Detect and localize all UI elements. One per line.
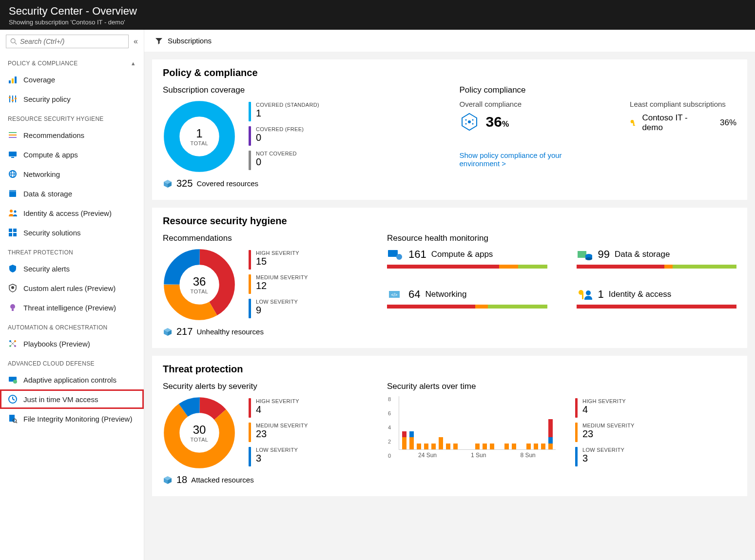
sidebar-item-identity-access-preview[interactable]: Identity & access (Preview)	[0, 203, 144, 223]
tile-icon	[577, 248, 593, 261]
show-policy-compliance-link[interactable]: Show policy compliance of your environme…	[460, 151, 596, 168]
toolbar: Subscriptions	[144, 30, 755, 52]
nav-section-header[interactable]: AUTOMATION & ORCHESTRATION	[0, 317, 144, 334]
legend-value: 3	[582, 453, 624, 464]
nav-section-header[interactable]: THREAT PROTECTION	[0, 242, 144, 259]
nav-section-title: AUTOMATION & ORCHESTRATION	[8, 324, 107, 331]
legend-value: 0	[256, 156, 297, 168]
x-tick: 24 Sun	[418, 452, 437, 459]
spark-bar	[439, 437, 443, 449]
alerts-by-severity: Security alerts by severity 30TOTAL HIGH…	[163, 382, 368, 485]
svg-rect-20	[9, 190, 16, 192]
legend-item: LOW SEVERITY3	[249, 447, 308, 466]
sidebar-item-label: Custom alert rules (Preview)	[23, 284, 116, 292]
donut-total-label: TOTAL	[191, 140, 209, 146]
chevron-up-icon: ▲	[131, 60, 136, 66]
search-input[interactable]: Search (Ctrl+/)	[6, 35, 129, 48]
spark-bar	[417, 444, 421, 450]
legend-item: COVERED (STANDARD)1	[249, 102, 319, 121]
legend-label: MEDIUM SEVERITY	[582, 423, 635, 428]
sidebar-item-coverage[interactable]: Coverage	[0, 70, 144, 89]
list-icon	[8, 130, 18, 140]
filter-icon[interactable]	[155, 37, 163, 45]
shield-gear-icon	[8, 283, 18, 293]
legend-value: 15	[256, 256, 299, 267]
health-tile-data-storage[interactable]: 99Data & storage	[577, 248, 737, 269]
legend-item: HIGH SEVERITY4	[249, 398, 308, 418]
y-tick: 4	[388, 425, 391, 430]
identity-icon	[8, 208, 18, 218]
svg-point-62	[585, 257, 592, 260]
section-title: Recommendations	[163, 233, 368, 243]
legend-swatch	[249, 299, 251, 318]
health-tile-networking[interactable]: </>64Networking	[387, 288, 547, 309]
tile-label: Data & storage	[615, 250, 670, 259]
policy-compliance: Policy compliance Overall compliance 36%…	[460, 85, 737, 189]
nav-section-header[interactable]: RESOURCE SECURITY HYGIENE	[0, 109, 144, 125]
tile-count: 64	[408, 288, 420, 301]
legend-label: NOT COVERED	[256, 151, 297, 156]
legend-item: LOW SEVERITY3	[575, 447, 635, 466]
legend-value: 12	[256, 280, 308, 291]
svg-point-50	[472, 123, 473, 125]
svg-rect-2	[9, 80, 11, 83]
legend-value: 23	[256, 428, 308, 440]
sidebar-item-security-policy[interactable]: Security policy	[0, 89, 144, 109]
least-compliant-row[interactable]: Contoso IT - demo 36%	[630, 113, 736, 133]
legend-label: MEDIUM SEVERITY	[256, 274, 308, 280]
svg-point-28	[10, 304, 15, 309]
sidebar-item-label: Security solutions	[23, 229, 81, 237]
hexagon-icon	[460, 112, 479, 132]
nav-section-title: POLICY & COMPLIANCE	[8, 60, 78, 67]
collapse-sidebar-icon[interactable]: «	[132, 35, 140, 48]
svg-rect-23	[9, 229, 12, 232]
nav-section-header[interactable]: POLICY & COMPLIANCE▲	[0, 53, 144, 70]
legend-value: 4	[582, 404, 626, 415]
alerts-over-time: Security alerts over time 86420 24 Sun1 …	[387, 382, 736, 485]
svg-rect-15	[11, 157, 14, 158]
spark-bar	[534, 444, 538, 450]
legend-label: COVERED (STANDARD)	[256, 102, 319, 108]
tile-count: 99	[598, 248, 610, 261]
tile-icon	[577, 288, 593, 301]
sidebar-item-label: File Integrity Monitoring (Preview)	[23, 415, 132, 423]
health-tile-compute-apps[interactable]: 161Compute & apps	[387, 248, 547, 269]
sidebar-item-label: Coverage	[23, 76, 55, 84]
spark-bar	[431, 444, 436, 450]
legend-label: LOW SEVERITY	[256, 299, 298, 305]
svg-line-40	[13, 399, 15, 400]
covered-resources-count: 325	[176, 178, 193, 189]
sidebar-item-just-in-time-vm-access[interactable]: Just in time VM access	[0, 389, 144, 409]
svg-point-58	[396, 254, 402, 260]
x-tick: 8 Sun	[520, 452, 535, 459]
sidebar-item-threat-intelligence-preview[interactable]: Threat intelligence (Preview)	[0, 298, 144, 317]
sidebar-item-adaptive-application-controls[interactable]: Adaptive application controls	[0, 370, 144, 389]
legend-swatch	[575, 423, 578, 442]
sidebar-item-security-alerts[interactable]: Security alerts	[0, 259, 144, 278]
tile-health-bar	[387, 265, 547, 269]
app-icon	[8, 375, 18, 385]
sidebar-item-compute-apps[interactable]: Compute & apps	[0, 145, 144, 164]
legend-swatch	[249, 126, 251, 146]
filter-label[interactable]: Subscriptions	[168, 37, 212, 45]
legend-label: HIGH SEVERITY	[256, 250, 299, 256]
nav-section-header[interactable]: ADVANCED CLOUD DEFENSE	[0, 353, 144, 370]
nav-section-title: ADVANCED CLOUD DEFENSE	[8, 360, 95, 367]
sidebar-item-security-solutions[interactable]: Security solutions	[0, 223, 144, 242]
card-title: Threat protection	[163, 364, 736, 375]
file-search-icon	[8, 414, 18, 424]
health-tile-identity-access[interactable]: 1Identity & access	[577, 288, 737, 309]
tile-label: Compute & apps	[431, 250, 493, 259]
sidebar-item-networking[interactable]: Networking	[0, 164, 144, 184]
sidebar-nav[interactable]: POLICY & COMPLIANCE▲CoverageSecurity pol…	[0, 53, 144, 560]
sidebar-item-recommendations[interactable]: Recommendations	[0, 125, 144, 145]
legend-swatch	[249, 274, 251, 294]
legend-swatch	[575, 398, 578, 418]
sidebar-item-playbooks-preview[interactable]: Playbooks (Preview)	[0, 334, 144, 353]
sidebar-item-file-integrity-monitoring-preview[interactable]: File Integrity Monitoring (Preview)	[0, 409, 144, 428]
svg-point-37	[13, 380, 17, 384]
sidebar-item-data-storage[interactable]: Data & storage	[0, 184, 144, 203]
unhealthy-count: 217	[176, 326, 193, 337]
tile-label: Networking	[425, 290, 466, 299]
sidebar-item-custom-alert-rules-preview[interactable]: Custom alert rules (Preview)	[0, 278, 144, 298]
